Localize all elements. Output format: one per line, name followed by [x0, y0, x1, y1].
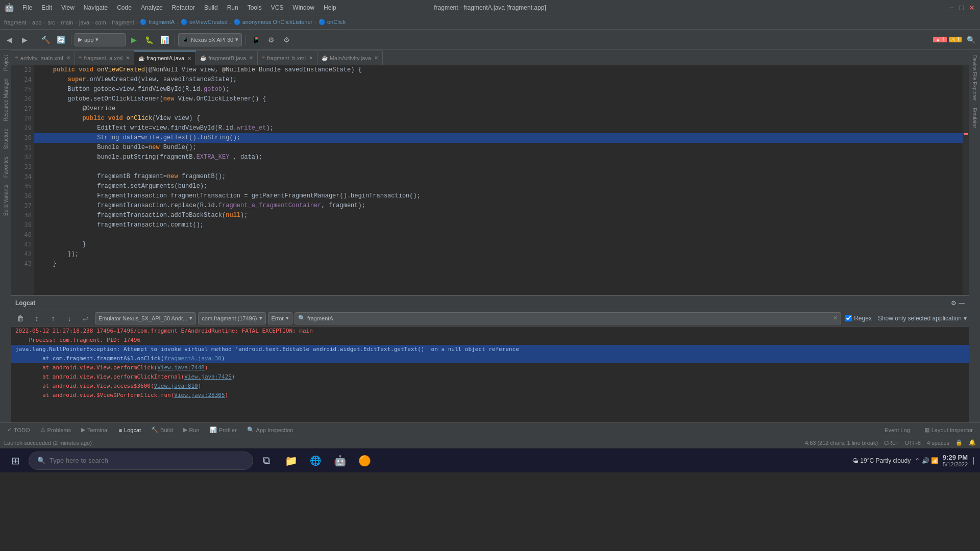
- breadcrumb-anonymous[interactable]: 🔵 anonymous OnClickListener: [234, 19, 313, 26]
- maximize-button[interactable]: □: [958, 4, 966, 12]
- line-ending[interactable]: CRLF: [884, 440, 899, 446]
- log-link-4[interactable]: View.java:810: [154, 383, 198, 389]
- logcat-soft-wrap-button[interactable]: ⇌: [79, 311, 93, 325]
- tab-fragment-b-xml[interactable]: ≡ fragment_b.xml ✕: [258, 51, 317, 65]
- close-button[interactable]: ✕: [968, 4, 976, 12]
- tab-close-btn[interactable]: ✕: [309, 55, 313, 61]
- sync-button[interactable]: 🔄: [54, 33, 68, 47]
- breadcrumb-main[interactable]: main: [61, 19, 73, 26]
- forward-button[interactable]: ▶: [17, 33, 32, 47]
- bottom-tab-problems[interactable]: ⚠ Problems: [37, 425, 74, 434]
- tab-fragmentA-java[interactable]: ☕ fragmentA.java ✕: [134, 51, 196, 65]
- logcat-content[interactable]: 2022-05-12 21:27:18.238 17496-17496/com.…: [11, 327, 969, 422]
- bottom-tab-build[interactable]: 🔨 Build: [148, 425, 176, 434]
- menu-refactor[interactable]: Refactor: [168, 3, 199, 12]
- logcat-up-button[interactable]: ↑: [46, 311, 60, 325]
- tab-close-btn[interactable]: ✕: [187, 56, 191, 61]
- breadcrumb-java[interactable]: java: [79, 19, 89, 26]
- tab-close-btn[interactable]: ✕: [66, 55, 70, 61]
- log-line-4[interactable]: at com.fragment.fragmentA$1.onClick(frag…: [11, 354, 969, 363]
- indent[interactable]: 4 spaces: [927, 440, 949, 446]
- code-content[interactable]: public void onViewCreated(@NonNull View …: [34, 65, 963, 295]
- breadcrumb-com[interactable]: com: [95, 19, 106, 26]
- taskbar-edge[interactable]: 🌐: [304, 449, 327, 472]
- log-link-1[interactable]: fragmentA.java:30: [164, 355, 222, 362]
- breadcrumb-fragment[interactable]: fragment: [4, 19, 26, 26]
- sidebar-favorites[interactable]: Favorites: [1, 154, 11, 181]
- event-log-link[interactable]: Event Log: [881, 426, 913, 434]
- show-desktop-button[interactable]: │: [972, 449, 976, 472]
- menu-run[interactable]: Run: [223, 3, 242, 12]
- tab-activity-main-xml[interactable]: ≡ activity_main.xml ✕: [11, 51, 75, 65]
- bottom-tab-app-inspection[interactable]: 🔍 App Inspection: [244, 425, 297, 434]
- bottom-tab-terminal[interactable]: ▶ Terminal: [78, 425, 112, 434]
- menu-file[interactable]: File: [18, 3, 36, 12]
- logcat-package-dropdown[interactable]: com.fragment (17496) ▾: [198, 312, 265, 324]
- sidebar-right-emulator[interactable]: Emulator: [971, 105, 978, 131]
- breadcrumb-fragmentA[interactable]: 🔵 fragmentA: [140, 19, 175, 26]
- tab-close-btn[interactable]: ✕: [374, 55, 378, 61]
- bottom-tab-profiler[interactable]: 📊 Profiler: [207, 425, 240, 434]
- search-everywhere-button[interactable]: 🔍: [964, 33, 978, 47]
- logcat-clear-button[interactable]: 🗑: [13, 311, 28, 325]
- breadcrumb-onClick[interactable]: 🔵 onClick: [318, 19, 346, 26]
- layout-inspector-link[interactable]: ▦ Layout Inspector: [921, 425, 976, 434]
- bottom-tab-logcat[interactable]: ≡ Logcat: [116, 426, 144, 434]
- menu-analyze[interactable]: Analyze: [137, 3, 167, 12]
- taskbar-task-view[interactable]: ⧉: [255, 449, 278, 472]
- back-button[interactable]: ◀: [2, 33, 16, 47]
- menu-navigate[interactable]: Navigate: [80, 3, 112, 12]
- breadcrumb-app[interactable]: app: [32, 19, 41, 26]
- tab-fragmentB-java[interactable]: ☕ fragmentB.java ✕: [196, 51, 258, 65]
- logcat-down-button[interactable]: ↓: [62, 311, 77, 325]
- bottom-tab-run[interactable]: ▶ Run: [180, 425, 203, 434]
- breadcrumb-src[interactable]: src: [47, 19, 55, 26]
- windows-start-button[interactable]: ⊞: [4, 449, 27, 472]
- logcat-minimize-icon[interactable]: —: [959, 299, 965, 307]
- menu-view[interactable]: View: [57, 3, 79, 12]
- settings-button[interactable]: ⚙: [279, 33, 293, 47]
- log-link-2[interactable]: View.java:7448: [157, 364, 205, 371]
- sidebar-project[interactable]: Project: [1, 52, 11, 74]
- menu-window[interactable]: Window: [288, 3, 318, 12]
- taskbar-android-studio[interactable]: 🤖: [329, 449, 351, 472]
- profile-button[interactable]: 📊: [157, 33, 172, 47]
- sidebar-right-device-file-explorer[interactable]: Device File Explorer: [971, 52, 978, 104]
- logcat-level-dropdown[interactable]: Error ▾: [268, 312, 292, 324]
- sidebar-resource-manager[interactable]: Resource Manager: [1, 75, 11, 124]
- bottom-tab-todo[interactable]: ✓ TODO: [4, 425, 33, 434]
- minimize-button[interactable]: ─: [947, 4, 955, 12]
- sidebar-structure[interactable]: Structure: [1, 126, 11, 153]
- avd-button[interactable]: 📱: [249, 33, 263, 47]
- taskbar-file-explorer[interactable]: 📁: [280, 449, 302, 472]
- breadcrumb-fragment-pkg[interactable]: fragment: [112, 19, 134, 26]
- logcat-settings-icon[interactable]: ⚙: [951, 299, 957, 307]
- run-button[interactable]: ▶: [127, 33, 141, 47]
- debug-button[interactable]: 🐛: [142, 33, 156, 47]
- encoding[interactable]: UTF-8: [905, 440, 921, 446]
- logcat-device-dropdown[interactable]: Emulator Nexus_5X_API_30 Andr... ▾: [95, 312, 196, 324]
- menu-edit[interactable]: Edit: [37, 3, 56, 12]
- breadcrumb-onViewCreated[interactable]: 🔵 onViewCreated: [181, 19, 228, 26]
- tab-close-btn[interactable]: ✕: [126, 55, 130, 61]
- tab-close-btn[interactable]: ✕: [249, 55, 253, 61]
- menu-tools[interactable]: Tools: [243, 3, 266, 12]
- taskbar-search-bar[interactable]: 🔍: [29, 452, 253, 470]
- log-link-5[interactable]: View.java:28305: [174, 392, 225, 398]
- sdk-button[interactable]: ⚙: [264, 33, 278, 47]
- log-line-3[interactable]: java.lang.NullPointerException: Attempt …: [11, 345, 969, 354]
- tab-fragment-a-xml[interactable]: ≡ fragment_a.xml ✕: [75, 51, 135, 65]
- menu-help[interactable]: Help: [320, 3, 340, 12]
- taskbar-search-input[interactable]: [50, 457, 244, 464]
- run-config-dropdown[interactable]: ▶ app ▾: [75, 33, 126, 46]
- menu-vcs[interactable]: VCS: [267, 3, 288, 12]
- logcat-search-clear[interactable]: ✕: [833, 315, 838, 321]
- regex-checkbox[interactable]: [845, 315, 852, 321]
- logcat-scroll-button[interactable]: ↕: [30, 311, 44, 325]
- sidebar-build-variants[interactable]: Build Variants: [1, 182, 11, 219]
- tab-mainActivity-java[interactable]: ☕ MainActivity.java ✕: [317, 51, 383, 65]
- menu-build[interactable]: Build: [200, 3, 222, 12]
- menu-code[interactable]: Code: [113, 3, 136, 12]
- taskbar-chrome[interactable]: 🟠: [353, 449, 376, 472]
- log-link-3[interactable]: View.java:7425: [184, 373, 232, 380]
